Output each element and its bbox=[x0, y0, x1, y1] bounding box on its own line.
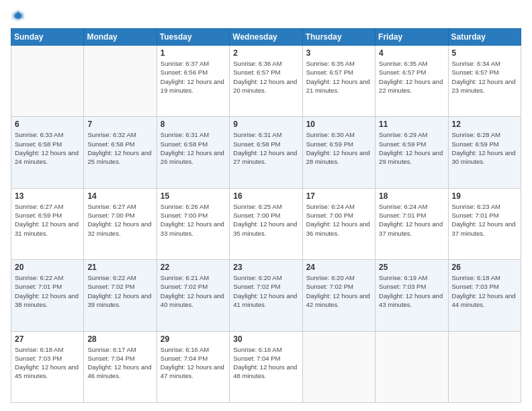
calendar-cell bbox=[448, 331, 521, 402]
day-number: 17 bbox=[306, 191, 371, 201]
calendar-cell: 17Sunrise: 6:24 AM Sunset: 7:00 PM Dayli… bbox=[302, 188, 375, 259]
calendar-cell: 20Sunrise: 6:22 AM Sunset: 7:01 PM Dayli… bbox=[11, 260, 84, 331]
day-number: 28 bbox=[87, 334, 152, 344]
calendar-cell: 12Sunrise: 6:28 AM Sunset: 6:59 PM Dayli… bbox=[448, 117, 521, 188]
page: SundayMondayTuesdayWednesdayThursdayFrid… bbox=[0, 0, 532, 411]
day-info: Sunrise: 6:21 AM Sunset: 7:02 PM Dayligh… bbox=[161, 273, 226, 309]
day-info: Sunrise: 6:19 AM Sunset: 7:03 PM Dayligh… bbox=[379, 273, 444, 309]
calendar-cell: 9Sunrise: 6:31 AM Sunset: 6:58 PM Daylig… bbox=[230, 117, 302, 188]
day-number: 26 bbox=[452, 263, 517, 272]
day-info: Sunrise: 6:37 AM Sunset: 6:56 PM Dayligh… bbox=[161, 59, 226, 95]
calendar-cell bbox=[302, 331, 375, 402]
day-info: Sunrise: 6:16 AM Sunset: 7:04 PM Dayligh… bbox=[161, 345, 226, 381]
calendar-cell: 29Sunrise: 6:16 AM Sunset: 7:04 PM Dayli… bbox=[157, 331, 229, 402]
calendar-cell: 24Sunrise: 6:20 AM Sunset: 7:02 PM Dayli… bbox=[302, 260, 375, 331]
day-number: 27 bbox=[15, 334, 80, 344]
day-info: Sunrise: 6:18 AM Sunset: 7:03 PM Dayligh… bbox=[452, 273, 517, 309]
day-number: 5 bbox=[452, 48, 517, 58]
day-number: 20 bbox=[15, 263, 80, 272]
day-number: 30 bbox=[233, 334, 298, 344]
day-number: 9 bbox=[233, 120, 298, 129]
day-number: 1 bbox=[161, 48, 226, 58]
day-info: Sunrise: 6:16 AM Sunset: 7:04 PM Dayligh… bbox=[233, 345, 298, 381]
calendar-cell: 25Sunrise: 6:19 AM Sunset: 7:03 PM Dayli… bbox=[375, 260, 448, 331]
day-number: 16 bbox=[233, 191, 298, 201]
day-number: 14 bbox=[87, 191, 152, 201]
calendar-cell: 15Sunrise: 6:26 AM Sunset: 7:00 PM Dayli… bbox=[157, 188, 229, 259]
calendar-week-row: 13Sunrise: 6:27 AM Sunset: 6:59 PM Dayli… bbox=[11, 188, 521, 259]
logo bbox=[11, 8, 28, 23]
day-info: Sunrise: 6:27 AM Sunset: 7:00 PM Dayligh… bbox=[87, 202, 152, 238]
calendar-cell bbox=[11, 46, 84, 117]
day-info: Sunrise: 6:25 AM Sunset: 7:00 PM Dayligh… bbox=[233, 202, 298, 238]
calendar-cell: 30Sunrise: 6:16 AM Sunset: 7:04 PM Dayli… bbox=[230, 331, 302, 402]
calendar-week-row: 1Sunrise: 6:37 AM Sunset: 6:56 PM Daylig… bbox=[11, 46, 521, 117]
calendar-cell: 7Sunrise: 6:32 AM Sunset: 6:58 PM Daylig… bbox=[84, 117, 157, 188]
day-number: 23 bbox=[233, 263, 298, 272]
day-number: 18 bbox=[379, 191, 444, 201]
day-info: Sunrise: 6:24 AM Sunset: 7:00 PM Dayligh… bbox=[306, 202, 371, 238]
calendar-cell: 22Sunrise: 6:21 AM Sunset: 7:02 PM Dayli… bbox=[157, 260, 229, 331]
calendar-cell bbox=[84, 46, 157, 117]
day-info: Sunrise: 6:20 AM Sunset: 7:02 PM Dayligh… bbox=[233, 273, 298, 309]
calendar-cell: 26Sunrise: 6:18 AM Sunset: 7:03 PM Dayli… bbox=[448, 260, 521, 331]
day-info: Sunrise: 6:17 AM Sunset: 7:04 PM Dayligh… bbox=[87, 345, 152, 381]
day-info: Sunrise: 6:28 AM Sunset: 6:59 PM Dayligh… bbox=[452, 130, 517, 166]
calendar-week-row: 27Sunrise: 6:18 AM Sunset: 7:03 PM Dayli… bbox=[11, 331, 521, 402]
calendar-cell: 8Sunrise: 6:31 AM Sunset: 6:58 PM Daylig… bbox=[157, 117, 229, 188]
day-number: 10 bbox=[306, 120, 371, 129]
weekday-header: Sunday bbox=[11, 29, 84, 46]
calendar-cell: 16Sunrise: 6:25 AM Sunset: 7:00 PM Dayli… bbox=[230, 188, 302, 259]
day-number: 2 bbox=[233, 48, 298, 58]
day-number: 3 bbox=[306, 48, 371, 58]
calendar-cell: 27Sunrise: 6:18 AM Sunset: 7:03 PM Dayli… bbox=[11, 331, 84, 402]
calendar-cell: 5Sunrise: 6:34 AM Sunset: 6:57 PM Daylig… bbox=[448, 46, 521, 117]
day-number: 25 bbox=[379, 263, 444, 272]
day-info: Sunrise: 6:24 AM Sunset: 7:01 PM Dayligh… bbox=[379, 202, 444, 238]
day-info: Sunrise: 6:27 AM Sunset: 6:59 PM Dayligh… bbox=[15, 202, 80, 238]
day-info: Sunrise: 6:22 AM Sunset: 7:01 PM Dayligh… bbox=[15, 273, 80, 309]
day-info: Sunrise: 6:34 AM Sunset: 6:57 PM Dayligh… bbox=[452, 59, 517, 95]
calendar-cell: 18Sunrise: 6:24 AM Sunset: 7:01 PM Dayli… bbox=[375, 188, 448, 259]
calendar-cell: 19Sunrise: 6:23 AM Sunset: 7:01 PM Dayli… bbox=[448, 188, 521, 259]
calendar-cell: 21Sunrise: 6:22 AM Sunset: 7:02 PM Dayli… bbox=[84, 260, 157, 331]
day-info: Sunrise: 6:26 AM Sunset: 7:00 PM Dayligh… bbox=[161, 202, 226, 238]
day-number: 4 bbox=[379, 48, 444, 58]
day-info: Sunrise: 6:20 AM Sunset: 7:02 PM Dayligh… bbox=[306, 273, 371, 309]
calendar-cell: 13Sunrise: 6:27 AM Sunset: 6:59 PM Dayli… bbox=[11, 188, 84, 259]
day-number: 24 bbox=[306, 263, 371, 272]
weekday-header: Saturday bbox=[448, 29, 521, 46]
day-info: Sunrise: 6:30 AM Sunset: 6:59 PM Dayligh… bbox=[306, 130, 371, 166]
day-info: Sunrise: 6:35 AM Sunset: 6:57 PM Dayligh… bbox=[379, 59, 444, 95]
day-number: 13 bbox=[15, 191, 80, 201]
weekday-header: Monday bbox=[84, 29, 157, 46]
calendar-week-row: 6Sunrise: 6:33 AM Sunset: 6:58 PM Daylig… bbox=[11, 117, 521, 188]
logo-icon bbox=[11, 8, 26, 23]
calendar-cell bbox=[375, 331, 448, 402]
calendar-week-row: 20Sunrise: 6:22 AM Sunset: 7:01 PM Dayli… bbox=[11, 260, 521, 331]
weekday-header: Thursday bbox=[302, 29, 375, 46]
weekday-header: Friday bbox=[375, 29, 448, 46]
day-info: Sunrise: 6:31 AM Sunset: 6:58 PM Dayligh… bbox=[233, 130, 298, 166]
calendar-cell: 6Sunrise: 6:33 AM Sunset: 6:58 PM Daylig… bbox=[11, 117, 84, 188]
day-info: Sunrise: 6:36 AM Sunset: 6:57 PM Dayligh… bbox=[233, 59, 298, 95]
day-info: Sunrise: 6:22 AM Sunset: 7:02 PM Dayligh… bbox=[87, 273, 152, 309]
day-info: Sunrise: 6:29 AM Sunset: 6:59 PM Dayligh… bbox=[379, 130, 444, 166]
calendar-cell: 1Sunrise: 6:37 AM Sunset: 6:56 PM Daylig… bbox=[157, 46, 229, 117]
calendar-cell: 2Sunrise: 6:36 AM Sunset: 6:57 PM Daylig… bbox=[230, 46, 302, 117]
day-info: Sunrise: 6:32 AM Sunset: 6:58 PM Dayligh… bbox=[87, 130, 152, 166]
day-number: 19 bbox=[452, 191, 517, 201]
day-number: 11 bbox=[379, 120, 444, 129]
weekday-header: Tuesday bbox=[157, 29, 229, 46]
day-info: Sunrise: 6:35 AM Sunset: 6:57 PM Dayligh… bbox=[306, 59, 371, 95]
calendar-cell: 28Sunrise: 6:17 AM Sunset: 7:04 PM Dayli… bbox=[84, 331, 157, 402]
day-info: Sunrise: 6:18 AM Sunset: 7:03 PM Dayligh… bbox=[15, 345, 80, 381]
day-number: 21 bbox=[87, 263, 152, 272]
calendar-cell: 3Sunrise: 6:35 AM Sunset: 6:57 PM Daylig… bbox=[302, 46, 375, 117]
calendar-cell: 11Sunrise: 6:29 AM Sunset: 6:59 PM Dayli… bbox=[375, 117, 448, 188]
header bbox=[11, 8, 521, 23]
calendar-cell: 23Sunrise: 6:20 AM Sunset: 7:02 PM Dayli… bbox=[230, 260, 302, 331]
day-number: 8 bbox=[161, 120, 226, 129]
day-number: 22 bbox=[161, 263, 226, 272]
weekday-header: Wednesday bbox=[230, 29, 302, 46]
